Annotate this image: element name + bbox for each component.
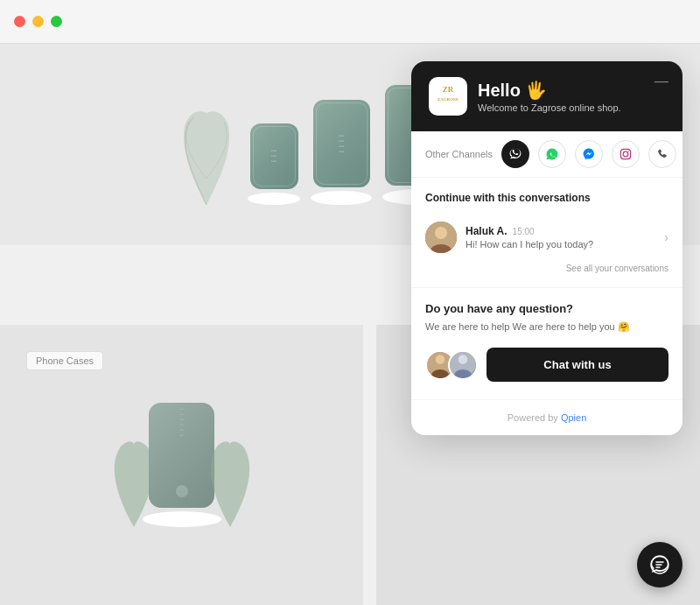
conversation-info: Haluk A. 15:00 Hi! How can I help you to… — [466, 225, 655, 250]
svg-point-7 — [435, 227, 447, 239]
powered-by-text: Powered by — [508, 412, 561, 423]
phone-case-small: ▪▪▪▪▪▪▪▪▪ — [250, 123, 298, 189]
powered-by-footer: Powered by Qpien — [411, 399, 682, 435]
agent-name: Haluk A. — [466, 225, 508, 237]
chat-greeting: Hello 🖐️ — [478, 80, 665, 101]
svg-text:ZR: ZR — [443, 85, 454, 94]
chat-bubble-icon — [648, 553, 671, 576]
chat-widget: ZR ZAGROSE Hello 🖐️ Welcome to Zagrose o… — [411, 61, 682, 435]
chat-logo: ZR ZAGROSE — [429, 77, 467, 116]
conversations-title: Continue with this conversations — [425, 192, 668, 204]
page-content: ▪▪▪▪▪▪▪▪▪ ▪▪▪▪▪▪▪▪▪▪▪▪ ▪▪▪▪▪▪▪▪▪▪▪▪▪▪▪ — [0, 44, 700, 605]
conv-name-row: Haluk A. 15:00 — [466, 225, 655, 237]
svg-point-13 — [458, 355, 468, 364]
channels-label: Other Channels — [425, 149, 493, 159]
conversations-section: Continue with this conversations — [411, 178, 682, 288]
channels-bar: Other Channels — [411, 131, 682, 178]
conversation-item[interactable]: Haluk A. 15:00 Hi! How can I help you to… — [425, 215, 668, 260]
chat-action-row: Chat with us — [425, 348, 668, 382]
chat-header-text: Hello 🖐️ Welcome to Zagrose online shop. — [478, 80, 665, 113]
logo-text: ZR ZAGROSE — [432, 80, 464, 114]
question-section: Do you have any question? We are here to… — [411, 288, 682, 399]
minimize-button[interactable]: — — [654, 74, 668, 89]
svg-text:ZAGROSE: ZAGROSE — [438, 97, 459, 102]
svg-point-10 — [436, 355, 445, 364]
chat-float-button[interactable] — [637, 542, 682, 587]
svg-point-4 — [623, 151, 628, 157]
traffic-light-yellow[interactable] — [32, 16, 44, 27]
channel-messenger[interactable] — [575, 140, 603, 168]
svg-rect-3 — [620, 149, 630, 158]
question-title: Do you have any question? — [425, 302, 668, 315]
channel-phone[interactable] — [648, 140, 676, 168]
channel-chat[interactable] — [501, 140, 529, 168]
agent-avatars-group — [425, 350, 478, 380]
agent-avatar — [425, 222, 457, 253]
traffic-light-red[interactable] — [14, 16, 25, 27]
palm-leaf-bottom-right — [204, 440, 256, 527]
channel-whatsapp[interactable] — [538, 140, 566, 168]
conv-time: 15:00 — [513, 227, 535, 236]
avatar-image — [425, 222, 457, 253]
phone-case-label: Phone Cases — [26, 351, 103, 370]
traffic-light-green[interactable] — [51, 16, 62, 27]
agent-avatar-2 — [448, 350, 478, 380]
chat-subtitle: Welcome to Zagrose online shop. — [478, 102, 665, 113]
svg-point-5 — [628, 151, 629, 151]
chat-with-us-button[interactable]: Chat with us — [486, 348, 668, 382]
channel-instagram[interactable] — [612, 140, 640, 168]
brand-link[interactable]: Qpien — [561, 412, 586, 423]
browser-chrome — [0, 0, 700, 44]
question-text: We are here to help We are here to help … — [425, 320, 668, 334]
conv-message: Hi! How can I help you today? — [466, 239, 655, 250]
see-all-conversations[interactable]: See all your conversations — [425, 260, 668, 280]
product-panel-bottom-left: Phone Cases ▪▪▪▪▪▪▪▪▪▪▪▪ — [0, 325, 363, 605]
palm-leaf-left — [176, 109, 237, 205]
chevron-right-icon: › — [664, 230, 668, 244]
phone-case-medium: ▪▪▪▪▪▪▪▪▪▪▪▪ — [313, 100, 370, 187]
chat-header: ZR ZAGROSE Hello 🖐️ Welcome to Zagrose o… — [411, 61, 682, 131]
